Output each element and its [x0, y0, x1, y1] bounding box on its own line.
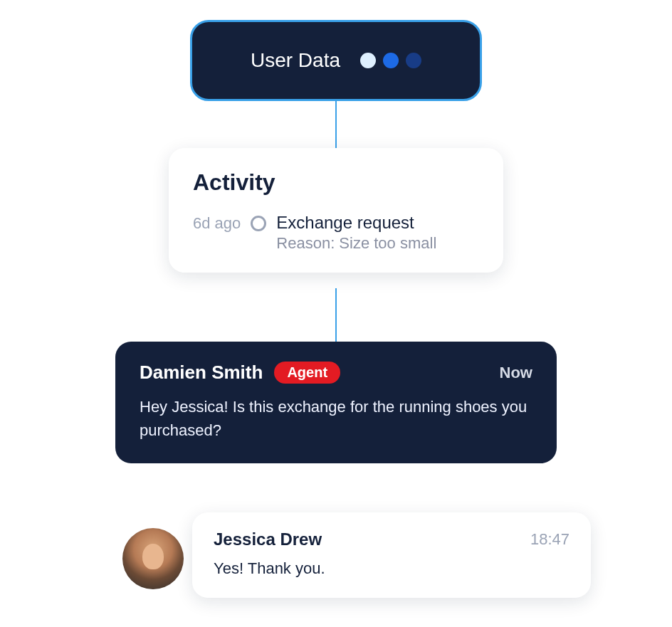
avatar [122, 528, 184, 589]
customer-message-text: Yes! Thank you. [214, 559, 569, 578]
agent-time: Now [500, 364, 532, 382]
agent-message-text: Hey Jessica! Is this exchange for the ru… [140, 395, 532, 442]
agent-header: Damien Smith Agent Now [140, 362, 532, 384]
agent-message-card: Damien Smith Agent Now Hey Jessica! Is t… [115, 342, 557, 463]
connector-line [335, 288, 337, 345]
agent-name: Damien Smith [140, 362, 263, 384]
customer-header: Jessica Drew 18:47 [214, 529, 569, 549]
user-data-card: User Data [190, 20, 482, 101]
activity-event: Exchange request Reason: Size too small [276, 213, 436, 253]
activity-card: Activity 6d ago Exchange request Reason:… [169, 148, 503, 273]
dot-icon [406, 53, 421, 68]
activity-event-reason: Reason: Size too small [276, 234, 436, 253]
activity-row: 6d ago Exchange request Reason: Size too… [193, 213, 479, 253]
status-dots [360, 53, 421, 68]
connector-line [335, 100, 337, 149]
circle-icon [251, 216, 266, 231]
activity-event-title: Exchange request [276, 213, 436, 233]
dot-icon [383, 53, 399, 68]
activity-time: 6d ago [193, 213, 241, 233]
customer-time: 18:47 [530, 530, 569, 549]
customer-message-card: Jessica Drew 18:47 Yes! Thank you. [192, 512, 591, 598]
activity-title: Activity [193, 169, 479, 196]
customer-name: Jessica Drew [214, 529, 322, 549]
user-data-label: User Data [251, 49, 340, 72]
customer-message-wrap: Jessica Drew 18:47 Yes! Thank you. [122, 512, 591, 598]
dot-icon [360, 53, 376, 68]
agent-badge: Agent [274, 362, 340, 384]
